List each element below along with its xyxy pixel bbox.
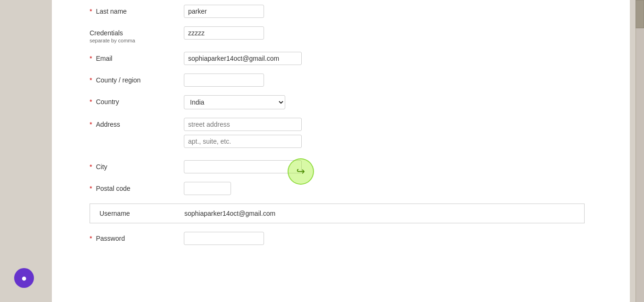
password-row: * Password <box>90 232 611 245</box>
city-label-col: * City <box>90 160 184 171</box>
chat-bubble-button[interactable]: ● <box>14 268 34 288</box>
address-required: * <box>90 121 92 128</box>
credentials-row: Credentials separate by comma <box>90 26 611 43</box>
address-input-col <box>184 118 611 152</box>
email-label-col: * Email <box>90 52 184 62</box>
left-sidebar <box>0 0 52 302</box>
postal-code-row: * Postal code <box>90 182 611 195</box>
city-row: * City <box>90 160 611 173</box>
last-name-label-col: * Last name <box>90 5 184 15</box>
country-select[interactable]: India United States United Kingdom Canad… <box>184 95 285 109</box>
city-input-col <box>184 160 611 173</box>
county-region-input[interactable] <box>184 73 264 87</box>
password-input[interactable] <box>184 232 264 245</box>
postal-code-required: * <box>90 185 92 192</box>
username-value: sophiaparker14oct@gmail.com <box>184 210 275 217</box>
last-name-row: * Last name <box>90 5 611 18</box>
scrollbar[interactable] <box>636 0 644 302</box>
county-region-input-col <box>184 73 611 87</box>
last-name-label: Last name <box>96 8 126 15</box>
city-input[interactable] <box>184 160 302 173</box>
email-row: * Email <box>90 52 611 65</box>
main-content: * Last name Credentials separate by comm… <box>52 0 630 302</box>
credentials-input[interactable] <box>184 26 264 40</box>
credentials-label-multi: Credentials separate by comma <box>90 29 135 43</box>
credentials-label: Credentials <box>90 29 135 37</box>
address-label-col: * Address <box>90 118 184 128</box>
last-name-input[interactable] <box>184 5 264 18</box>
county-region-label-col: * County / region <box>90 73 184 84</box>
credentials-label-col: Credentials separate by comma <box>90 26 184 43</box>
email-input-col <box>184 52 611 65</box>
country-row: * Country India United States United Kin… <box>90 95 611 109</box>
postal-code-input-col <box>184 182 611 195</box>
address-street-input[interactable] <box>184 118 302 131</box>
postal-code-input[interactable] <box>184 182 231 195</box>
email-input[interactable] <box>184 52 302 65</box>
password-label-col: * Password <box>90 232 184 242</box>
scrollbar-thumb[interactable] <box>636 0 644 28</box>
credentials-sublabel: separate by comma <box>90 38 135 43</box>
password-required: * <box>90 235 92 242</box>
country-label: Country <box>96 98 119 106</box>
county-region-label: County / region <box>96 76 140 84</box>
county-region-row: * County / region ↩ <box>90 73 611 87</box>
address-label: Address <box>96 121 120 128</box>
password-label: Password <box>96 235 124 242</box>
address-row: * Address <box>90 118 611 152</box>
city-label: City <box>96 163 107 171</box>
username-label: Username <box>99 210 184 217</box>
email-required: * <box>90 55 92 62</box>
email-label: Email <box>96 55 112 62</box>
address-apt-input[interactable] <box>184 135 302 148</box>
country-input-col: India United States United Kingdom Canad… <box>184 95 611 109</box>
last-name-input-col <box>184 5 611 18</box>
chat-icon: ● <box>21 273 27 284</box>
last-name-required: * <box>90 8 92 15</box>
password-input-col <box>184 232 611 245</box>
right-sidebar <box>630 0 644 302</box>
country-required: * <box>90 98 92 106</box>
county-region-required: * <box>90 76 92 84</box>
credentials-input-col <box>184 26 611 40</box>
country-label-col: * Country <box>90 95 184 106</box>
postal-code-label: Postal code <box>96 185 130 192</box>
postal-code-label-col: * Postal code <box>90 182 184 192</box>
city-required: * <box>90 163 92 171</box>
username-box: Username sophiaparker14oct@gmail.com <box>90 204 585 223</box>
